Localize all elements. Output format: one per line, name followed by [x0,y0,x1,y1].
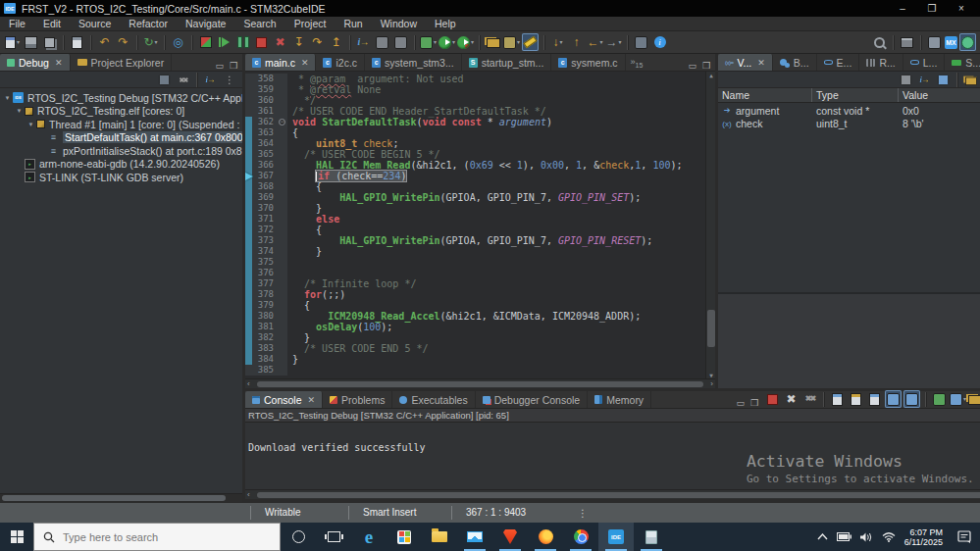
taskbar-clock[interactable]: 6:07 PM 6/11/2025 [904,527,943,547]
debug-tree-row[interactable]: ≡pxPortInitialiseStack() at port.c:189 0… [0,144,242,158]
debug-panel-hscrollbar[interactable] [0,493,242,502]
code-line-362[interactable]: 362–void StartDefaultTask(void const * a… [245,117,715,127]
console-output-area[interactable]: Download verified successfully Activate … [245,423,980,489]
code-line-373[interactable]: 373 HAL_GPIO_WritePin(GPIOA, GPIO_PIN_7,… [245,235,715,246]
pin-editor-button[interactable] [633,33,649,51]
search-input[interactable] [63,531,249,543]
expander-icon[interactable]: ▼ [3,95,12,101]
new-button[interactable]: ▾ [4,33,21,51]
debug-tree-row[interactable]: ▼IDERTOS_I2C_Testing Debug [STM32 C/C++ … [0,91,242,105]
console-tab-console[interactable]: Console✕ [245,391,323,408]
profile-button[interactable]: ▾ [420,33,437,51]
remove-launch-button[interactable]: ✖ [783,390,799,408]
forward-button[interactable]: →▾ [605,33,622,51]
taskbar-app-brave[interactable] [492,523,528,551]
show-stderr-button[interactable] [903,390,920,408]
scroll-lock-button[interactable] [848,390,864,408]
console-tab-problems[interactable]: Problems [323,391,392,408]
debug-tab-debug[interactable]: Debug✕ [0,54,71,71]
editor-tab-system-stm3[interactable]: csystem_stm3... [365,54,462,71]
column-header-value[interactable]: Value [899,88,980,102]
watch-expression-button[interactable]: i→ [917,74,931,86]
code-line-360[interactable]: 360 */ [245,95,715,106]
taskbar-app-edge[interactable]: e [351,523,387,551]
open-console-button[interactable]: ▾ [968,390,980,408]
cubemx-perspective-button[interactable]: MX [945,36,957,49]
code-line-376[interactable]: 376 [245,268,715,278]
open-perspective-button[interactable] [899,33,915,51]
code-line-365[interactable]: 365 /* USER CODE BEGIN 5 */ [245,149,715,160]
code-line-369[interactable]: 369 HAL_GPIO_WritePin(GPIOA, GPIO_PIN_7,… [245,192,715,203]
refresh-button[interactable]: ↻▾ [142,33,159,51]
target-button[interactable]: ◎ [170,33,186,51]
resume-button[interactable] [216,33,232,51]
close-button[interactable]: × [947,3,976,14]
show-columns-button[interactable] [936,74,950,86]
console-tab-debugger-console[interactable]: Debugger Console [476,391,589,408]
editor-body[interactable]: ▲ ▼ 358 * @param argument: Not used359 *… [245,72,715,378]
battery-icon[interactable] [837,532,851,541]
info-button[interactable] [651,33,668,51]
close-tab-icon[interactable]: ✕ [757,58,765,68]
taskbar-app-notepad[interactable] [634,523,669,551]
last-edit-location-button[interactable]: ↓▾ [549,33,566,51]
goto-line-button[interactable]: ↑ [568,33,585,51]
column-header-type[interactable]: Type [812,88,899,102]
code-line-366[interactable]: 366 HAL_I2C_Mem_Read(&hi2c1, (0x69 << 1)… [245,160,715,171]
menu-help[interactable]: Help [426,18,465,29]
taskbar-app-cortana[interactable] [281,523,316,551]
redo-button[interactable]: ↷ [115,33,131,51]
show-stdout-button[interactable] [885,390,902,408]
minimize-view-button[interactable]: ▭ [736,398,745,408]
editor-tab-sysmem-c[interactable]: csysmem.c [551,54,625,71]
code-line-364[interactable]: 364 uint8_t check; [245,138,715,149]
show-type-names-button[interactable] [899,74,912,86]
clear-console-button[interactable] [829,390,846,408]
step-return-button[interactable]: ↥ [328,33,344,51]
console-tab-executables[interactable]: Executables [392,391,475,408]
variables-tab-s[interactable]: S... [945,54,980,71]
toolbar-search-button[interactable] [871,33,888,51]
console-tab-memory[interactable]: Memory [588,391,651,408]
status-menu-dots[interactable]: ⋮ [578,508,589,519]
code-line-378[interactable]: 378 for(;;) [245,289,715,300]
code-line-375[interactable]: 375 [245,257,715,268]
add-expression-button[interactable] [963,74,977,86]
debug-tree-row[interactable]: ▸arm-none-eabi-gdb (14.2.90.20240526) [0,158,242,172]
restore-button[interactable]: ❐ [917,3,947,14]
open-element-button[interactable] [69,33,85,51]
code-line-385[interactable]: 385 [245,365,715,376]
variables-tab-r[interactable]: R... [859,54,903,71]
skip-breakpoints-toggle[interactable]: i→ [203,74,217,86]
debug-tree-row[interactable]: ▸ST-LINK (ST-LINK GDB server) [0,171,242,184]
menu-file[interactable]: File [0,18,34,29]
maximize-view-button[interactable]: ❒ [750,398,758,408]
variables-tab-v[interactable]: (x)=V...✕ [718,54,773,71]
code-line-382[interactable]: 382 } [245,332,715,343]
cpp-perspective-button[interactable] [926,33,943,51]
code-line-371[interactable]: 371 else [245,214,715,225]
save-all-button[interactable] [41,33,58,51]
taskbar-app-chrome[interactable] [563,523,598,551]
editor-tab-i2c-c[interactable]: ci2c.c [316,54,365,71]
word-wrap-button[interactable] [866,390,883,408]
debug-tree-row[interactable]: ▼RTOS_I2C_Testing.elf [cores: 0] [0,105,242,119]
variables-tab-b[interactable]: B... [773,54,817,71]
menu-window[interactable]: Window [372,18,426,29]
menu-project[interactable]: Project [285,18,335,29]
taskbar-app-task-view[interactable] [316,523,351,551]
menu-refactor[interactable]: Refactor [120,18,177,29]
terminate-console-button[interactable] [764,390,781,408]
variables-tab-e[interactable]: E... [817,54,860,71]
format-brush-button[interactable]: ▾ [503,33,520,51]
code-line-361[interactable]: 361/* USER CODE END Header_StartDefaultT… [245,106,715,117]
open-folder-button[interactable] [485,33,501,51]
debug-perspective-button[interactable] [959,33,976,51]
taskbar-app-store[interactable] [387,523,422,551]
code-line-358[interactable]: 358 * @param argument: Not used [245,74,715,84]
code-line-384[interactable]: 384} [245,354,715,365]
debug-tree-row[interactable]: ≡StartDefaultTask() at main.c:367 0x8000… [0,131,242,145]
speaker-icon[interactable] [860,532,873,542]
more-editors-chevron[interactable]: »15 [626,57,648,69]
step-into-button[interactable]: ↧ [290,33,307,51]
